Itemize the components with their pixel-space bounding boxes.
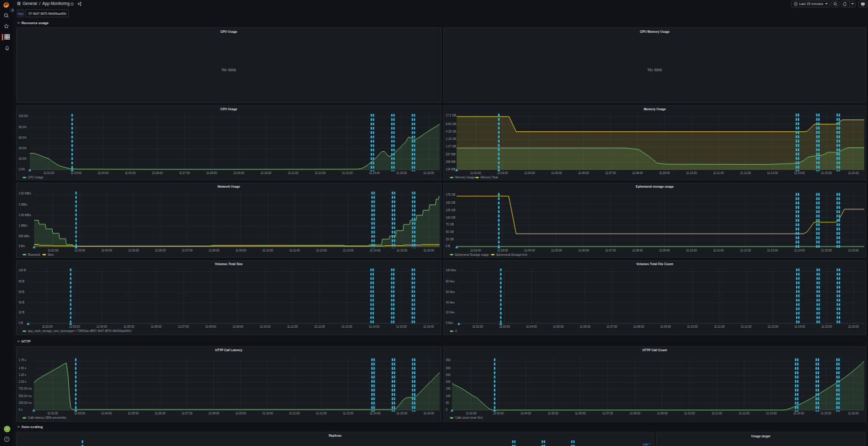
svg-text:Volumes Total File Count: Volumes Total File Count (636, 262, 673, 266)
svg-text:2.15 GB: 2.15 GB (446, 138, 456, 141)
svg-text:Ephemeral Storage limit: Ephemeral Storage limit (496, 253, 528, 256)
svg-text:11:02:00: 11:02:00 (471, 172, 482, 175)
svg-text:1.07 GB: 1.07 GB (446, 145, 456, 148)
svg-text:Ephemeral Storage usage: Ephemeral Storage usage (455, 253, 489, 256)
svg-text:17.2 GB: 17.2 GB (446, 114, 456, 117)
svg-text:11:09:00: 11:09:00 (236, 249, 247, 252)
svg-text:80 files: 80 files (446, 280, 455, 283)
svg-text:Volumes Total Size: Volumes Total Size (215, 262, 243, 266)
svg-text:11:08:00: 11:08:00 (634, 325, 645, 328)
svg-text:11:08:00: 11:08:00 (632, 249, 644, 252)
svg-text:250.00 ms: 250.00 ms (19, 401, 32, 404)
svg-text:1 MB/s: 1 MB/s (19, 224, 28, 227)
svg-text:0 s: 0 s (19, 408, 23, 411)
svg-text:Sent: Sent (48, 253, 54, 256)
svg-text:11:14:00: 11:14:00 (794, 172, 805, 175)
svg-text:11:06:00: 11:06:00 (575, 412, 586, 415)
svg-text:11:09:00: 11:09:00 (657, 412, 668, 415)
svg-text:100.0%: 100.0% (19, 115, 28, 118)
svg-text:11:05:00: 11:05:00 (551, 249, 562, 252)
svg-text:11:14:00: 11:14:00 (794, 249, 805, 252)
svg-text:11:15:00: 11:15:00 (396, 325, 407, 328)
svg-text:11:02:00: 11:02:00 (48, 249, 59, 252)
svg-text:11:07:00: 11:07:00 (178, 325, 189, 328)
svg-text:25 GB: 25 GB (446, 238, 454, 241)
svg-text:350: 350 (446, 359, 451, 362)
svg-text:11:03:00: 11:03:00 (497, 172, 508, 175)
svg-text:11:10:00: 11:10:00 (686, 249, 698, 252)
svg-text:11:02:00: 11:02:00 (466, 412, 477, 415)
svg-text:11:16:00: 11:16:00 (848, 249, 859, 252)
svg-text:11:03:00: 11:03:00 (499, 325, 510, 328)
svg-text:11:15:00: 11:15:00 (396, 172, 407, 175)
svg-text:750.00 ms: 750.00 ms (19, 387, 32, 390)
svg-text:11:12:00: 11:12:00 (740, 249, 751, 252)
svg-text:11:04:00: 11:04:00 (525, 172, 536, 175)
svg-text:1.50 MB/s: 1.50 MB/s (19, 214, 32, 217)
svg-text:60 B: 60 B (19, 291, 24, 294)
svg-text:11:13:00: 11:13:00 (342, 325, 353, 328)
svg-text:11:07:00: 11:07:00 (182, 412, 193, 415)
svg-text:11:08:00: 11:08:00 (632, 172, 644, 175)
svg-text:11:16:00: 11:16:00 (423, 172, 435, 175)
svg-text:11:02:00: 11:02:00 (47, 412, 58, 415)
svg-text:11:15:00: 11:15:00 (397, 249, 408, 252)
svg-text:11:02:00: 11:02:00 (42, 325, 53, 328)
svg-text:100: 100 (446, 395, 451, 398)
svg-text:11:04:00: 11:04:00 (520, 412, 531, 415)
svg-text:11:09:00: 11:09:00 (659, 249, 670, 252)
svg-text:11:16:00: 11:16:00 (423, 412, 435, 415)
svg-text:11:08:00: 11:08:00 (208, 412, 219, 415)
svg-text:11:12:00: 11:12:00 (315, 172, 326, 175)
svg-text:1.50 s: 1.50 s (19, 367, 27, 370)
svg-text:?: ? (6, 437, 8, 441)
svg-text:11:12:00: 11:12:00 (739, 412, 750, 415)
svg-text:11:10:00: 11:10:00 (686, 172, 698, 175)
svg-text:11:05:00: 11:05:00 (128, 412, 139, 415)
svg-text:Memory Usage: Memory Usage (455, 176, 475, 179)
svg-text:11:03:00: 11:03:00 (74, 412, 86, 415)
svg-text:4.29 GB: 4.29 GB (446, 130, 456, 133)
svg-text:11:15:00: 11:15:00 (821, 412, 832, 415)
svg-text:11:05:00: 11:05:00 (547, 412, 559, 415)
svg-text:60 files: 60 files (446, 291, 455, 294)
svg-text:11:11:00: 11:11:00 (287, 325, 298, 328)
svg-text:11:11:00: 11:11:00 (714, 325, 725, 328)
svg-text:11:03:00: 11:03:00 (493, 412, 504, 415)
svg-text:11:12:00: 11:12:00 (314, 325, 326, 328)
svg-text:11:12:00: 11:12:00 (740, 172, 751, 175)
svg-text:Replicas: Replicas (329, 434, 342, 437)
svg-text:0.0%: 0.0% (19, 168, 25, 171)
svg-text:11:15:00: 11:15:00 (822, 325, 833, 328)
svg-text:11:03:00: 11:03:00 (497, 249, 508, 252)
svg-text:Ephemeral storage usage: Ephemeral storage usage (636, 185, 674, 188)
svg-text:175 GB: 175 GB (446, 193, 455, 196)
svg-text:Calls count (over 5m): Calls count (over 5m) (455, 416, 483, 419)
svg-text:0 B: 0 B (19, 321, 23, 325)
svg-text:11:02:00: 11:02:00 (472, 325, 484, 328)
svg-text:150 GB: 150 GB (446, 201, 455, 204)
svg-text:11:12:00: 11:12:00 (741, 325, 752, 328)
svg-text:Calls latency (95th percentile: Calls latency (95th percentile) (28, 416, 66, 419)
svg-text:11:04:00: 11:04:00 (101, 249, 112, 252)
svg-text:11:06:00: 11:06:00 (151, 325, 162, 328)
svg-text:11:11:00: 11:11:00 (289, 412, 299, 415)
svg-text:11:13:00: 11:13:00 (767, 172, 778, 175)
svg-text:150: 150 (446, 387, 451, 390)
svg-text:CPU Usage: CPU Usage (221, 107, 237, 111)
svg-text:11:14:00: 11:14:00 (370, 412, 381, 415)
svg-text:40 B: 40 B (19, 301, 24, 304)
svg-text:20 B: 20 B (19, 311, 24, 314)
svg-text:50: 50 (446, 401, 450, 404)
svg-text:20 files: 20 files (446, 311, 455, 314)
svg-text:500 kB/s: 500 kB/s (19, 235, 30, 238)
svg-text:11:04:00: 11:04:00 (525, 249, 536, 252)
svg-text:11:14:00: 11:14:00 (369, 172, 380, 175)
svg-text:11:07:00: 11:07:00 (605, 249, 616, 252)
svg-text:11:15:00: 11:15:00 (397, 412, 408, 415)
svg-text:11:03:00: 11:03:00 (74, 249, 86, 252)
svg-text:11:10:00: 11:10:00 (262, 412, 273, 415)
svg-text:11:09:00: 11:09:00 (233, 172, 244, 175)
svg-text:11:07:00: 11:07:00 (182, 249, 193, 252)
svg-text:11:07:00: 11:07:00 (606, 325, 618, 328)
